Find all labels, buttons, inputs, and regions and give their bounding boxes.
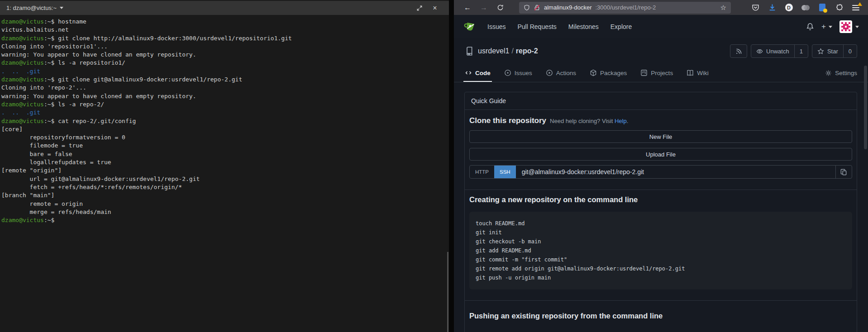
rss-icon	[735, 48, 742, 55]
user-menu[interactable]	[839, 20, 859, 33]
upload-file-button[interactable]: Upload File	[469, 148, 852, 161]
tab-packages[interactable]: Packages	[590, 64, 627, 82]
eye-icon	[756, 48, 763, 55]
create-new-button[interactable]: +	[821, 22, 832, 31]
browser-toolbar: ← → almalinux9-docker:3000/usrdevel1/rep…	[454, 0, 868, 15]
tab-actions[interactable]: Actions	[546, 64, 576, 82]
browser-scrollbar-thumb[interactable]	[864, 66, 867, 149]
unwatch-button[interactable]: Unwatch 1	[751, 44, 808, 58]
watch-count[interactable]: 1	[794, 45, 808, 57]
d-badge-extension-icon[interactable]: D	[784, 3, 794, 13]
chevron-down-icon	[829, 26, 832, 28]
terminal-line: Cloning into 'repo-2'...	[1, 84, 448, 92]
url-path: :3000/usrdevel1/repo-2	[596, 4, 656, 11]
clone-url-group: HTTP SSH	[469, 165, 852, 179]
copy-url-button[interactable]	[835, 166, 852, 178]
new-file-button[interactable]: New File	[469, 130, 852, 143]
app-menu-icon[interactable]	[851, 3, 861, 13]
create-repo-heading: Creating a new repository on the command…	[469, 195, 852, 204]
extensions-puzzle-icon[interactable]	[834, 3, 844, 13]
insecure-lock-icon[interactable]	[534, 4, 540, 11]
star-button[interactable]: Star 0	[812, 44, 857, 58]
tab-code[interactable]: Code	[465, 64, 491, 82]
terminal-title: 1: dzamo@victus:~	[6, 5, 57, 11]
quick-guide-title: Quick Guide	[465, 92, 857, 110]
shield-icon[interactable]	[524, 5, 530, 11]
back-button[interactable]: ←	[459, 2, 476, 14]
tab-wiki[interactable]: Wiki	[687, 64, 709, 82]
star-icon	[817, 48, 824, 55]
terminal-titlebar[interactable]: 1: dzamo@victus:~ ×	[0, 0, 449, 15]
tab-projects[interactable]: Projects	[640, 64, 673, 82]
gear-icon	[825, 70, 832, 76]
terminal-line: victus.balaitus.net	[1, 26, 448, 34]
repo-tabs: Code Issues Actions Packages Projects	[454, 64, 868, 82]
help-link[interactable]: Help	[615, 118, 627, 124]
bookmark-star-icon[interactable]: ☆	[720, 4, 726, 12]
forward-button[interactable]: →	[476, 2, 492, 14]
terminal-line: merge = refs/heads/main	[1, 208, 448, 216]
nav-pull-requests[interactable]: Pull Requests	[517, 23, 556, 30]
restore-icon	[416, 5, 423, 11]
restore-window-button[interactable]	[412, 2, 427, 14]
url-bar[interactable]: almalinux9-docker:3000/usrdevel1/repo-2 …	[519, 2, 731, 14]
url-host: almalinux9-docker	[544, 4, 592, 11]
clone-url-input[interactable]	[516, 166, 835, 178]
terminal-line: dzamo@victus:~$ cat repo-2/.git/config	[1, 117, 448, 125]
clone-heading: Clone this repository	[469, 116, 546, 125]
package-cube-icon	[590, 69, 597, 76]
copy-icon	[840, 169, 847, 175]
tab-settings[interactable]: Settings	[825, 70, 857, 76]
repo-owner-link[interactable]: usrdevel1	[478, 47, 509, 55]
project-board-icon	[640, 69, 648, 76]
clone-section: Clone this repository Need help cloning?…	[465, 110, 857, 190]
terminal-line: repositoryformatversion = 0	[1, 133, 448, 142]
repo-header: usrdevel1/repo-2 Unwatch 1	[454, 38, 868, 64]
terminal-line: Cloning into 'repositorio1'...	[1, 43, 448, 51]
navbar-right: +	[806, 20, 859, 33]
plus-icon: +	[821, 22, 826, 31]
repo-name-link[interactable]: repo-2	[516, 47, 538, 55]
terminal-line: remote = origin	[1, 200, 448, 208]
chevron-down-icon	[855, 26, 859, 28]
browser-window: ← → almalinux9-docker:3000/usrdevel1/rep…	[454, 0, 868, 332]
terminal-line: dzamo@victus:~$ ls -a repositorio1/	[1, 59, 448, 67]
repo-actions: Unwatch 1 Star 0	[730, 44, 857, 58]
bell-icon[interactable]	[806, 23, 814, 31]
terminal-line: [remote "origin"]	[1, 166, 448, 175]
terminal-line: fetch = +refs/heads/*:refs/remotes/origi…	[1, 183, 448, 191]
tab-issues[interactable]: Issues	[504, 64, 532, 82]
nav-explore[interactable]: Explore	[610, 23, 632, 30]
terminal-line: dzamo@victus:~$ git clone http://almalin…	[1, 34, 448, 43]
play-circle-icon	[546, 69, 553, 76]
downloads-icon[interactable]	[767, 3, 777, 13]
create-repo-code[interactable]: touch README.md git init git checkout -b…	[469, 212, 852, 289]
toolbar-extensions: D	[750, 3, 863, 13]
pocket-icon[interactable]	[750, 3, 760, 13]
download-helper-extension-icon[interactable]	[817, 3, 827, 13]
clone-help-text: Need help cloning? Visit Help.	[550, 118, 628, 124]
gitea-logo[interactable]	[463, 20, 477, 33]
breadcrumb-separator: /	[511, 47, 513, 55]
push-repo-section: Pushing an existing repository from the …	[465, 300, 857, 331]
ssh-toggle[interactable]: SSH	[494, 166, 516, 178]
terminal-output[interactable]: dzamo@victus:~$ hostnamevictus.balaitus.…	[0, 15, 449, 227]
nav-issues[interactable]: Issues	[487, 23, 506, 30]
close-window-button[interactable]: ×	[427, 2, 443, 14]
terminal-line: . .. .git	[1, 109, 448, 117]
http-toggle[interactable]: HTTP	[470, 166, 494, 178]
rss-button[interactable]	[730, 44, 747, 58]
circles-extension-icon[interactable]	[801, 3, 811, 13]
nav-milestones[interactable]: Milestones	[568, 23, 599, 30]
terminal-line: warning: You appear to have cloned an em…	[1, 92, 448, 100]
terminal-scrollbar-thumb[interactable]	[447, 252, 448, 332]
terminal-line: bare = false	[1, 150, 448, 158]
chevron-down-icon[interactable]	[60, 7, 63, 9]
quick-guide-panel: Quick Guide Clone this repository Need h…	[464, 92, 857, 332]
terminal-line: dzamo@victus:~$	[1, 216, 448, 224]
reload-button[interactable]	[492, 2, 508, 14]
update-badge	[858, 2, 862, 6]
terminal-line: . .. .git	[1, 67, 448, 76]
terminal-line: [branch "main"]	[1, 191, 448, 199]
star-count[interactable]: 0	[843, 45, 857, 57]
